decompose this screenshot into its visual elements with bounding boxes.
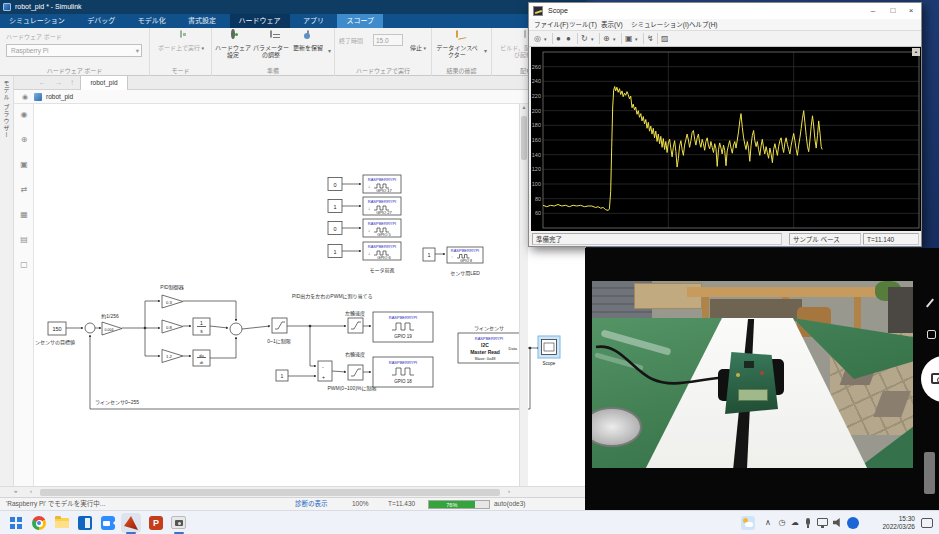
block-saturation-left[interactable]	[348, 318, 363, 333]
taskbar-chrome[interactable]	[29, 513, 49, 533]
block-integrator[interactable]: 1 s	[193, 318, 210, 335]
model-browser-strip[interactable]: モデル ブラウザー	[0, 76, 14, 486]
pan-icon[interactable]: ⇄	[14, 185, 34, 194]
expand-icon[interactable]: »	[14, 488, 17, 494]
weather-icon[interactable]	[741, 516, 755, 530]
menu-view[interactable]: 表示(V)	[601, 19, 623, 31]
tune-parameters-button[interactable]: パラメーターの調整	[252, 30, 290, 66]
scroll-left-icon[interactable]: ‹	[30, 488, 32, 494]
minimize-icon[interactable]: –	[865, 3, 881, 19]
back-icon[interactable]: ←	[38, 76, 46, 90]
block-gpio-write-group[interactable]: 0 RASPBERRYPI ↓ GPIO 17 1 RASPBERRYPI ↓ …	[328, 175, 401, 274]
close-icon[interactable]: ×	[903, 3, 919, 19]
trigger-icon[interactable]: ↯	[647, 33, 654, 45]
measurements-icon[interactable]: ▨	[661, 33, 669, 45]
taskbar-explorer[interactable]	[52, 513, 72, 533]
end-time-input[interactable]	[373, 34, 403, 46]
user-status-icon[interactable]	[847, 517, 859, 529]
block-gain-i[interactable]: 0.8	[162, 320, 183, 333]
legend-icon[interactable]: ●	[566, 33, 571, 45]
maximize-icon[interactable]: □	[885, 3, 901, 19]
document-tab-robot-pid[interactable]: robot_pid	[80, 76, 128, 90]
horizontal-scrollbar[interactable]: » ‹ ›	[0, 486, 586, 497]
hold-updates-button[interactable]: 更新を保留	[290, 30, 326, 66]
zoom-icon[interactable]: ⊕	[14, 135, 34, 144]
block-constant-one[interactable]: 1	[276, 370, 288, 381]
taskbar-outlook[interactable]	[75, 513, 95, 533]
block-saturation-1[interactable]: 0~1に制限	[267, 318, 290, 345]
clock-icon[interactable]: ◷	[777, 511, 787, 534]
breadcrumb-model-name[interactable]: robot_pid	[46, 90, 73, 104]
block-saturation-right[interactable]: PWM(0~100)%に制限	[327, 365, 376, 392]
block-sensor-led[interactable]: 1 RASPBERRYPI ↓ GPIO 8 センサ用LED	[423, 247, 483, 277]
menu-file[interactable]: ファイル(F)	[534, 19, 568, 31]
chevron-down-icon[interactable]: ▾	[613, 33, 616, 45]
scrollbar-thumb[interactable]	[40, 489, 500, 496]
vertical-scrollbar[interactable]: ▲	[519, 104, 528, 486]
microphone-icon[interactable]	[806, 518, 810, 525]
camera-scrollbar-thumb[interactable]	[924, 452, 935, 494]
scroll-right-icon[interactable]: ›	[508, 488, 510, 494]
shutter-button[interactable]	[921, 356, 939, 402]
block-i2c-master-read[interactable]: RASPBERRYPI I2C Master Read Slave: 0x48 …	[458, 333, 520, 363]
chevron-down-icon[interactable]: ▾	[591, 33, 594, 45]
taskbar-camera[interactable]	[169, 513, 189, 533]
hardware-board-select[interactable]: Raspberry Pi ▾	[6, 44, 142, 57]
tab-modeling[interactable]: モデル化	[129, 14, 175, 28]
scrollbar-thumb[interactable]	[521, 116, 527, 160]
tab-format[interactable]: 書式設定	[179, 14, 225, 28]
block-sum-pid[interactable]	[230, 323, 242, 335]
tab-debug[interactable]: デバッグ	[78, 14, 124, 28]
box-icon[interactable]: ▢	[14, 260, 34, 269]
cloud-icon[interactable]: ☁	[790, 511, 800, 534]
annotation-icon[interactable]: ◉	[14, 110, 34, 119]
block-gain-d[interactable]: 1.2	[162, 350, 183, 363]
image-icon[interactable]: ▦	[14, 210, 34, 219]
block-target-constant[interactable]: 150 ンセンサの目標値	[35, 322, 75, 346]
block-pwm-left[interactable]: RASPBERRYPI GPIO 19	[373, 312, 433, 342]
menu-simulation[interactable]: シミュレーション(I)	[631, 19, 689, 31]
tray-expand-icon[interactable]: ∧	[763, 511, 773, 534]
block-pwm-right[interactable]: RASPBERRYPI GPIO 18	[373, 357, 433, 387]
taskbar-zoom[interactable]	[98, 513, 118, 533]
menu-help[interactable]: ヘルプ(H)	[689, 19, 718, 31]
hardware-settings-button[interactable]: ハードウェア設定	[214, 30, 252, 66]
up-icon[interactable]: ↑	[70, 76, 74, 90]
tab-simulation[interactable]: シミュレーション	[0, 14, 74, 28]
prepare-dropdown[interactable]: ▾	[325, 42, 334, 60]
zoom-icon[interactable]: ⊕	[603, 33, 610, 45]
scope-titlebar[interactable]: Scope – □ ×	[529, 3, 921, 19]
parameters-icon[interactable]: ●	[556, 33, 561, 45]
block-subtract[interactable]: - +	[318, 361, 332, 381]
notification-icon[interactable]	[921, 518, 933, 528]
start-button[interactable]	[6, 513, 26, 533]
clock-datetime[interactable]: 15:30 2022/03/26	[865, 515, 915, 531]
block-scope[interactable]: Scope	[538, 336, 560, 366]
stop-button[interactable]: 停止 ▾	[407, 30, 429, 66]
tab-apps[interactable]: アプリ	[294, 14, 333, 28]
simulink-titlebar[interactable]: robot_pid * - Simulink – □ ×	[0, 0, 586, 14]
mode-icon[interactable]	[927, 330, 936, 339]
results-dropdown[interactable]: ▾	[481, 42, 490, 60]
tab-scope[interactable]: スコープ	[337, 14, 383, 28]
axes-icon[interactable]: ▣	[625, 33, 633, 45]
block-sum-error[interactable]	[85, 323, 95, 333]
forward-icon[interactable]: →	[54, 76, 62, 90]
model-canvas[interactable]: 0 RASPBERRYPI ↓ GPIO 17 1 RASPBERRYPI ↓ …	[0, 104, 586, 486]
data-inspector-button[interactable]: データインスペクター	[434, 30, 480, 66]
fit-view-icon[interactable]: ▣	[14, 160, 34, 169]
speaker-icon[interactable]	[833, 518, 842, 527]
chevron-down-icon[interactable]: ▾	[544, 33, 547, 45]
display-icon[interactable]	[817, 518, 828, 526]
model-root-icon[interactable]: ◉	[22, 93, 28, 101]
tab-hardware[interactable]: ハードウェア	[230, 14, 290, 28]
print-icon[interactable]: ◎	[534, 33, 541, 45]
block-derivative[interactable]: du dt	[193, 350, 210, 366]
scroll-up-icon[interactable]: ▲	[912, 48, 920, 56]
block-gain-p[interactable]: 0.3	[162, 295, 183, 308]
diagnostics-link[interactable]: 診断の表示	[295, 498, 328, 510]
run-on-board-button[interactable]: ボード上で実行 ▾	[155, 30, 207, 66]
taskbar-powerpoint[interactable]: P	[146, 513, 166, 533]
scope-plot-area[interactable]: 6080100120140160180200220240260051015 ▲	[531, 47, 921, 231]
refresh-icon[interactable]: ↻	[581, 33, 588, 45]
